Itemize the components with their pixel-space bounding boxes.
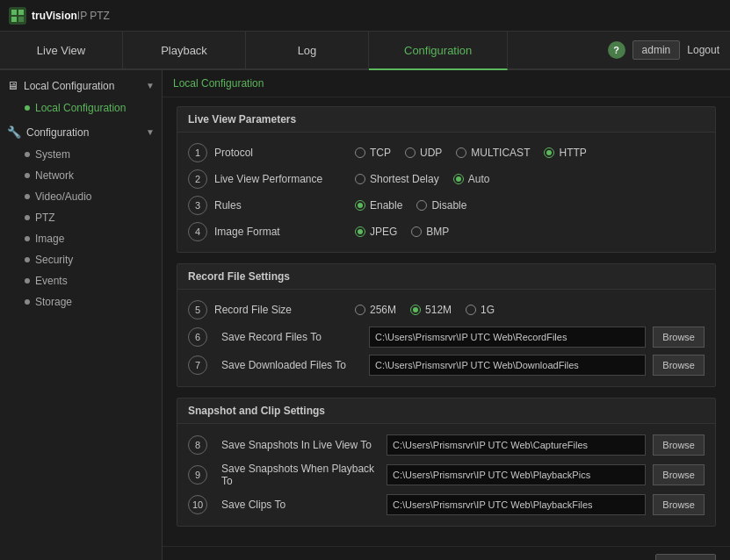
- dot-icon: [25, 152, 30, 157]
- dot-icon: [25, 278, 30, 284]
- app-title: truVisionIP PTZ: [32, 10, 110, 22]
- chevron-down-icon-2: ▼: [146, 127, 155, 137]
- content-body: Live View Parameters 1 Protocol TCP: [163, 97, 730, 546]
- sidebar-header-local[interactable]: 🖥 Local Configuration ▼: [0, 74, 162, 97]
- perf-auto[interactable]: Auto: [453, 173, 490, 185]
- nav-bar: Live View Playback Log Configuration ? a…: [0, 32, 730, 70]
- rules-disable[interactable]: Disable: [416, 199, 466, 212]
- perf-shortest[interactable]: Shortest Delay: [355, 173, 439, 185]
- sidebar-header-config[interactable]: 🔧 Configuration ▼: [0, 120, 162, 144]
- sidebar-item-storage-label: Storage: [35, 296, 72, 308]
- save-snapshots-playback-label: Save Snapshots When Playback To: [221, 463, 379, 487]
- browse-snapshots-live-button[interactable]: Browse: [653, 434, 705, 456]
- app-header: truVisionIP PTZ: [0, 0, 730, 32]
- save-snapshots-live-row: 8 Save Snapshots In Live View To Browse: [188, 431, 705, 459]
- logo: truVisionIP PTZ: [9, 7, 110, 25]
- size-1g[interactable]: 1G: [466, 304, 495, 316]
- sidebar-item-video-audio[interactable]: Video/Audio: [0, 186, 162, 207]
- save-record-files-input[interactable]: [369, 327, 646, 348]
- size-256m[interactable]: 256M: [355, 304, 396, 316]
- sidebar-item-security[interactable]: Security: [0, 249, 162, 270]
- nav-right: ? admin Logout: [608, 32, 730, 68]
- user-display: admin: [632, 40, 681, 60]
- dot-icon: [25, 194, 30, 199]
- save-clips-input[interactable]: [387, 494, 646, 515]
- sidebar-item-image[interactable]: Image: [0, 228, 162, 249]
- svg-rect-3: [11, 17, 17, 22]
- live-view-performance-label: Live View Performance: [214, 173, 355, 185]
- record-file-size-label: Record File Size: [214, 304, 355, 316]
- save-snapshots-playback-input[interactable]: [387, 464, 646, 485]
- svg-rect-1: [11, 10, 17, 15]
- protocol-options: TCP UDP MULTICAST: [355, 147, 705, 159]
- param-num-8: 8: [188, 435, 207, 455]
- sidebar-item-events-label: Events: [35, 275, 68, 287]
- svg-rect-4: [18, 17, 24, 22]
- tab-configuration[interactable]: Configuration: [369, 32, 508, 70]
- dot-icon: [25, 173, 30, 178]
- radio-multicast: [456, 147, 466, 158]
- protocol-tcp[interactable]: TCP: [355, 147, 391, 159]
- browse-clips-button[interactable]: Browse: [653, 494, 705, 515]
- sidebar-item-local-label: Local Configuration: [35, 102, 126, 114]
- live-view-parameters-section: Live View Parameters 1 Protocol TCP: [177, 106, 716, 253]
- save-downloaded-files-input[interactable]: [369, 355, 646, 376]
- format-bmp[interactable]: BMP: [411, 226, 449, 238]
- svg-rect-2: [18, 10, 24, 15]
- radio-jpeg: [355, 226, 365, 237]
- logout-button[interactable]: Logout: [687, 44, 719, 56]
- size-512m[interactable]: 512M: [410, 304, 452, 316]
- save-snapshots-live-input[interactable]: [387, 434, 646, 456]
- sidebar-item-local-configuration[interactable]: Local Configuration: [0, 97, 162, 118]
- sidebar-item-ptz-label: PTZ: [35, 212, 55, 224]
- sidebar-item-network-label: Network: [35, 169, 74, 182]
- sidebar-section-local-label: Local Configuration: [24, 80, 114, 92]
- record-file-settings-section: Record File Settings 5 Record File Size …: [177, 263, 716, 387]
- save-button[interactable]: Save: [655, 554, 716, 560]
- param-num-9: 9: [188, 465, 207, 485]
- save-downloaded-files-label: Save Downloaded Files To: [221, 359, 362, 371]
- browse-download-button[interactable]: Browse: [653, 355, 705, 376]
- save-bar: Save: [163, 546, 730, 560]
- sidebar: 🖥 Local Configuration ▼ Local Configurat…: [0, 70, 163, 560]
- sidebar-item-network[interactable]: Network: [0, 165, 162, 186]
- sidebar-item-system-label: System: [35, 148, 70, 161]
- rules-enable[interactable]: Enable: [355, 199, 402, 212]
- sidebar-section-config-label: Configuration: [26, 126, 89, 139]
- help-button[interactable]: ?: [608, 41, 625, 59]
- radio-512m: [410, 305, 421, 315]
- radio-disable: [416, 200, 427, 211]
- image-format-options: JPEG BMP: [355, 226, 705, 238]
- sidebar-item-image-label: Image: [35, 233, 64, 245]
- radio-http: [544, 147, 554, 158]
- tab-log[interactable]: Log: [246, 32, 369, 68]
- tab-playback[interactable]: Playback: [123, 32, 246, 68]
- sidebar-item-security-label: Security: [35, 254, 73, 266]
- sidebar-item-events[interactable]: Events: [0, 270, 162, 291]
- rules-label: Rules: [214, 199, 355, 212]
- save-record-files-label: Save Record Files To: [221, 331, 362, 343]
- tab-live-view[interactable]: Live View: [0, 32, 123, 68]
- protocol-udp[interactable]: UDP: [405, 147, 442, 159]
- param-num-10: 10: [188, 495, 207, 514]
- format-jpeg[interactable]: JPEG: [355, 226, 397, 238]
- radio-auto: [453, 174, 464, 184]
- protocol-http[interactable]: HTTP: [544, 147, 586, 159]
- radio-udp: [405, 147, 416, 158]
- protocol-multicast[interactable]: MULTICAST: [456, 147, 530, 159]
- sidebar-item-ptz[interactable]: PTZ: [0, 207, 162, 228]
- sidebar-section-config: 🔧 Configuration ▼ System Network Video/A…: [0, 120, 162, 312]
- save-snapshots-playback-row: 9 Save Snapshots When Playback To Browse: [188, 459, 705, 491]
- save-snapshots-live-label: Save Snapshots In Live View To: [221, 439, 379, 451]
- chevron-down-icon: ▼: [146, 81, 155, 90]
- sidebar-item-storage[interactable]: Storage: [0, 291, 162, 312]
- dot-icon: [25, 215, 30, 220]
- browse-snapshots-playback-button[interactable]: Browse: [653, 464, 705, 485]
- save-record-files-row: 6 Save Record Files To Browse: [188, 323, 705, 351]
- browse-record-button[interactable]: Browse: [653, 327, 705, 348]
- live-view-performance-row: 2 Live View Performance Shortest Delay A…: [188, 166, 705, 192]
- record-file-size-row: 5 Record File Size 256M 512M: [188, 297, 705, 323]
- param-num-3: 3: [188, 196, 207, 215]
- param-num-5: 5: [188, 300, 207, 319]
- sidebar-item-system[interactable]: System: [0, 144, 162, 165]
